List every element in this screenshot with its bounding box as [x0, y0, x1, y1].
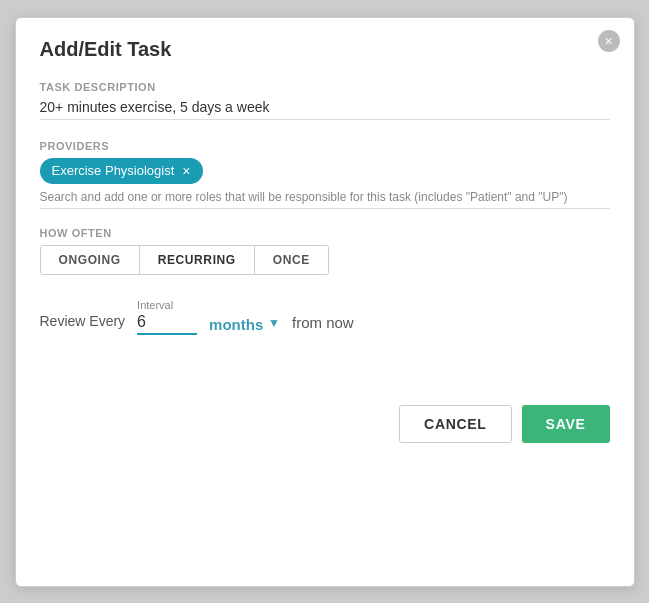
providers-divider — [40, 208, 610, 209]
close-button[interactable]: × — [598, 30, 620, 52]
provider-tag-remove[interactable]: × — [182, 163, 190, 179]
task-description-divider — [40, 119, 610, 120]
dialog-footer: CANCEL SAVE — [40, 395, 610, 443]
providers-section: PROVIDERS Exercise Physiologist × Search… — [40, 140, 610, 204]
provider-tag: Exercise Physiologist × — [40, 158, 203, 184]
provider-tag-name: Exercise Physiologist — [52, 163, 175, 178]
tab-recurring[interactable]: RECURRING — [140, 246, 255, 274]
add-edit-task-dialog: × Add/Edit Task TASK DESCRIPTION 20+ min… — [15, 17, 635, 587]
task-description-value: 20+ minutes exercise, 5 days a week — [40, 99, 610, 115]
interval-sublabel: Interval — [137, 299, 197, 311]
tab-once[interactable]: ONCE — [255, 246, 328, 274]
how-often-section: HOW OFTEN ONGOING RECURRING ONCE — [40, 227, 610, 275]
interval-group: Interval — [137, 299, 197, 335]
frequency-tabs: ONGOING RECURRING ONCE — [40, 245, 329, 275]
review-row: Review Every Interval days weeks months … — [40, 299, 610, 335]
interval-input[interactable] — [137, 313, 197, 335]
save-button[interactable]: SAVE — [522, 405, 610, 443]
dialog-title: Add/Edit Task — [40, 38, 610, 61]
months-select[interactable]: days weeks months years — [209, 316, 280, 333]
providers-hint: Search and add one or more roles that wi… — [40, 190, 610, 204]
from-now-label: from now — [292, 314, 354, 335]
cancel-button[interactable]: CANCEL — [399, 405, 512, 443]
providers-label: PROVIDERS — [40, 140, 610, 152]
months-select-wrap: days weeks months years ▼ — [209, 316, 280, 335]
how-often-label: HOW OFTEN — [40, 227, 610, 239]
task-description-label: TASK DESCRIPTION — [40, 81, 610, 93]
tab-ongoing[interactable]: ONGOING — [41, 246, 140, 274]
review-every-label: Review Every — [40, 313, 126, 335]
